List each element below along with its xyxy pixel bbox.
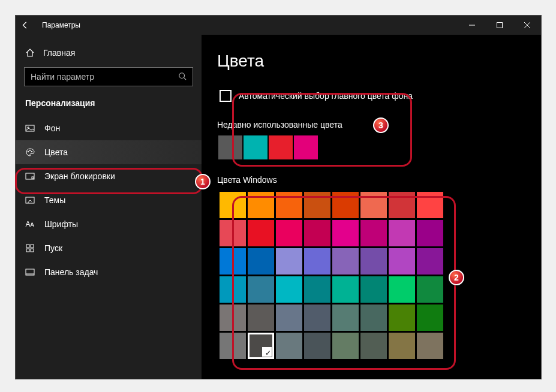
color-swatch[interactable]: [276, 304, 302, 331]
font-icon: Aᴀ: [25, 219, 35, 229]
color-swatch[interactable]: [389, 248, 415, 275]
color-swatch[interactable]: [304, 192, 330, 218]
recent-color-swatch[interactable]: [218, 135, 242, 159]
svg-point-10: [31, 151, 32, 152]
checkbox-icon: [220, 90, 232, 102]
svg-line-5: [184, 77, 187, 80]
sidebar-item-label: Цвета: [44, 147, 68, 157]
sidebar-item-themes[interactable]: Темы: [16, 188, 202, 212]
windows-colors-label: Цвета Windows: [217, 175, 525, 185]
recent-color-swatch[interactable]: [244, 135, 268, 159]
titlebar: Параметры: [16, 16, 541, 35]
color-swatch[interactable]: [360, 220, 387, 246]
check-icon: ✓: [265, 349, 271, 357]
search-input[interactable]: Найти параметр: [24, 67, 193, 86]
color-swatch[interactable]: [417, 248, 443, 275]
color-swatch[interactable]: [304, 248, 330, 275]
annotation-badge: 3: [373, 117, 389, 133]
brush-icon: [25, 195, 35, 205]
svg-rect-14: [26, 245, 29, 248]
color-swatch[interactable]: [304, 220, 330, 246]
color-swatch[interactable]: [417, 276, 443, 303]
sidebar-item-taskbar[interactable]: Панель задач: [16, 260, 202, 284]
home-icon: [25, 48, 35, 58]
color-swatch[interactable]: [360, 276, 387, 303]
sidebar-item-start[interactable]: Пуск: [16, 236, 202, 260]
color-swatch[interactable]: [417, 333, 443, 359]
color-swatch[interactable]: [360, 248, 387, 275]
annotation-badge: 2: [449, 270, 464, 285]
color-swatch[interactable]: [389, 333, 415, 359]
color-swatch[interactable]: [360, 333, 387, 359]
recent-colors-label: Недавно использованные цвета: [217, 120, 525, 129]
sidebar-item-fonts[interactable]: Aᴀ Шрифты: [16, 212, 202, 236]
color-swatch[interactable]: [417, 220, 443, 246]
search-placeholder: Найти параметр: [31, 72, 94, 82]
auto-accent-checkbox[interactable]: Автоматический выбор главного цвета фона: [217, 86, 525, 105]
close-button[interactable]: [513, 16, 541, 35]
color-swatch[interactable]: [417, 192, 443, 218]
color-swatch[interactable]: [220, 276, 246, 303]
color-swatch[interactable]: [389, 192, 415, 218]
color-swatch[interactable]: [389, 304, 415, 331]
color-swatch[interactable]: [276, 220, 302, 246]
color-swatch[interactable]: [332, 304, 359, 331]
sidebar-item-label: Панель задач: [44, 267, 98, 277]
svg-point-8: [28, 151, 29, 152]
color-swatch[interactable]: [389, 276, 415, 303]
color-swatch[interactable]: [417, 304, 443, 331]
color-swatch[interactable]: [220, 248, 246, 275]
color-swatch[interactable]: [276, 276, 302, 303]
recent-color-swatch[interactable]: [269, 135, 293, 159]
sidebar-home-label: Главная: [43, 48, 75, 58]
window-controls: [458, 16, 541, 35]
back-icon[interactable]: [20, 20, 30, 30]
minimize-button[interactable]: [458, 16, 486, 35]
color-swatch[interactable]: [360, 192, 387, 218]
sidebar-item-label: Темы: [44, 195, 65, 205]
windows-colors-grid: ✓: [217, 189, 525, 361]
maximize-button[interactable]: [486, 16, 513, 35]
palette-icon: [25, 147, 35, 157]
svg-rect-16: [26, 249, 29, 252]
color-swatch[interactable]: [248, 248, 274, 275]
color-swatch[interactable]: [276, 192, 302, 218]
color-swatch[interactable]: [304, 333, 330, 359]
color-swatch[interactable]: [360, 304, 387, 331]
lock-icon: [25, 171, 35, 181]
sidebar: Главная Найти параметр Персонализация Фо…: [16, 35, 202, 379]
color-swatch[interactable]: [248, 276, 274, 303]
color-swatch[interactable]: [332, 220, 359, 246]
color-swatch[interactable]: [220, 220, 246, 246]
sidebar-item-background[interactable]: Фон: [16, 116, 202, 140]
color-swatch[interactable]: [220, 304, 246, 331]
sidebar-home[interactable]: Главная: [16, 46, 202, 67]
color-swatch[interactable]: [332, 248, 359, 275]
sidebar-item-colors[interactable]: Цвета: [16, 140, 202, 164]
color-swatch[interactable]: [332, 333, 359, 359]
color-swatch[interactable]: [248, 304, 274, 331]
color-swatch[interactable]: [276, 248, 302, 275]
color-swatch[interactable]: [304, 276, 330, 303]
color-swatch[interactable]: [389, 220, 415, 246]
sidebar-item-label: Шрифты: [44, 219, 78, 229]
auto-accent-label: Автоматический выбор главного цвета фона: [239, 91, 413, 101]
color-swatch[interactable]: [332, 192, 359, 218]
color-swatch[interactable]: [220, 192, 246, 218]
sidebar-item-label: Пуск: [44, 243, 62, 253]
sidebar-section: Персонализация: [16, 95, 202, 116]
color-swatch[interactable]: [276, 333, 302, 359]
sidebar-item-label: Фон: [44, 123, 60, 133]
color-swatch[interactable]: [304, 304, 330, 331]
sidebar-item-lockscreen[interactable]: Экран блокировки: [16, 164, 202, 188]
color-swatch[interactable]: [248, 220, 274, 246]
svg-rect-6: [26, 125, 34, 131]
color-swatch[interactable]: [220, 333, 246, 359]
window-title: Параметры: [42, 21, 80, 29]
recent-color-swatch[interactable]: [294, 135, 318, 159]
color-swatch[interactable]: [332, 276, 359, 303]
svg-rect-12: [32, 177, 34, 179]
color-swatch[interactable]: [248, 192, 274, 218]
search-icon: [178, 72, 187, 82]
color-swatch[interactable]: ✓: [248, 333, 274, 359]
